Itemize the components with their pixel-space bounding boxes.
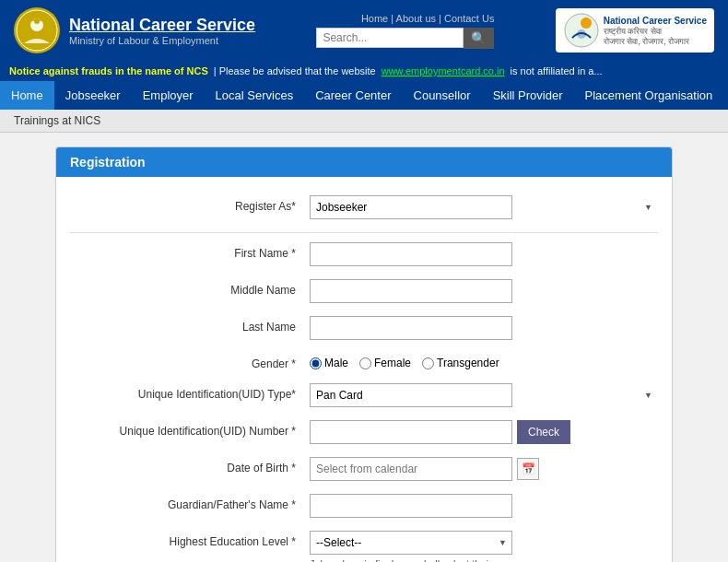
gender-transgender-option[interactable]: Transgender [422,357,499,369]
guardian-label: Guardian/Father's Name * [70,494,310,511]
marquee-rest: is not affiliated in a... [511,65,603,76]
first-name-control [310,242,658,266]
dob-label: Date of Birth * [70,457,310,474]
marquee-text: | Please be advised that the website [214,65,376,76]
gender-label: Gender * [70,353,310,370]
gender-female-radio[interactable] [359,357,371,369]
uid-group: Check [310,420,658,444]
nav-item-jobseeker[interactable]: Jobseeker [54,81,132,110]
first-name-label: First Name * [70,242,310,260]
nav-item-skill-provider[interactable]: Skill Provider [482,81,574,110]
ncs-logo-text: National Career Service [604,15,707,27]
header: National Career Service Ministry of Labo… [0,0,728,61]
guardian-control [310,494,658,518]
header-center: Home | About us | Contact Us 🔍 [316,13,494,49]
main-nav: Home Jobseeker Employer Local Services C… [0,81,728,110]
gender-female-option[interactable]: Female [359,357,411,369]
marquee-bar: Notice against frauds in the name of NCS… [0,61,728,81]
gender-male-label: Male [324,357,348,369]
form-title: Registration [70,155,146,170]
education-row: Highest Education Level * --Select-- Job… [70,531,658,562]
site-name: National Career Service [69,16,255,35]
nav-item-placement-org[interactable]: Placement Organisation [574,81,724,110]
register-as-control: Jobseeker [310,195,658,219]
uid-number-input[interactable] [310,420,512,444]
last-name-label: Last Name [70,316,310,334]
nav-item-govt-dept[interactable]: Govt. Dept. [723,81,728,110]
marquee-link: www.employmentcard.co.in [382,65,505,76]
date-group: 📅 [310,457,658,481]
gender-control: Male Female Transgender [310,353,658,369]
uid-number-label: Unique Identification(UID) Number * [70,420,310,438]
gender-male-option[interactable]: Male [310,357,348,369]
gender-male-radio[interactable] [310,357,322,369]
last-name-control [310,316,658,340]
logo-emblem [14,7,60,53]
education-select[interactable]: --Select-- [310,531,512,555]
svg-point-5 [577,29,586,39]
header-links: Home | About us | Contact Us [361,13,495,24]
uid-type-row: Unique Identification(UID) Type* Pan Car… [70,383,658,407]
gender-transgender-radio[interactable] [422,357,434,369]
uid-number-row: Unique Identification(UID) Number * Chec… [70,420,658,444]
gender-female-label: Female [374,357,411,369]
first-name-input[interactable] [310,242,512,266]
uid-type-select[interactable]: Pan Card [310,383,512,407]
last-name-input[interactable] [310,316,512,340]
search-icon: 🔍 [471,31,487,45]
nav-item-home[interactable]: Home [0,81,54,110]
guardian-input[interactable] [310,494,512,518]
gender-transgender-label: Transgender [437,357,499,369]
ncs-logo-box: National Career Service राष्ट्रीय करियर … [556,8,714,53]
dob-row: Date of Birth * 📅 [70,457,658,481]
header-left: National Career Service Ministry of Labo… [14,7,255,53]
uid-number-control: Check [310,420,658,444]
nav-item-local-services[interactable]: Local Services [205,81,305,110]
nav-item-employer[interactable]: Employer [132,81,205,110]
middle-name-input[interactable] [310,279,512,303]
guardian-row: Guardian/Father's Name * [70,494,658,518]
ncs-logo-icon [563,12,600,49]
middle-name-row: Middle Name [70,279,658,303]
header-right: National Career Service राष्ट्रीय करियर … [556,8,714,53]
calendar-icon[interactable]: 📅 [517,458,539,480]
education-control: --Select-- Jobseekers in final year shal… [310,531,658,562]
check-button[interactable]: Check [517,420,570,444]
ncs-logo-sub1: राष्ट्रीय करियर सेवा [604,27,707,37]
last-name-row: Last Name [70,316,658,340]
middle-name-control [310,279,658,303]
education-hint: Jobseekers in final year shall select th… [310,557,512,562]
education-dropdown-wrapper: --Select-- [310,531,512,555]
dob-control: 📅 [310,457,658,481]
sub-nav: Trainings at NICS [0,110,728,133]
first-name-row: First Name * [70,242,658,266]
form-body: Register As* Jobseeker First Name * [56,177,672,562]
search-button[interactable]: 🔍 [464,28,494,49]
uid-type-label: Unique Identification(UID) Type* [70,383,310,401]
site-title: National Career Service Ministry of Labo… [69,16,255,46]
middle-name-label: Middle Name [70,279,310,297]
sub-nav-label: Trainings at NICS [14,114,100,127]
uid-type-control: Pan Card [310,383,658,407]
site-subtitle: Ministry of Labour & Employment [69,35,255,46]
register-as-select[interactable]: Jobseeker [310,195,512,219]
search-input[interactable] [316,28,464,48]
nav-item-career-center[interactable]: Career Center [304,81,402,110]
gender-row: Gender * Male Female [70,353,658,370]
registration-card: Registration Register As* Jobseeker Firs… [55,146,673,562]
notice-label: Notice against frauds in the name of NCS [9,65,208,76]
search-bar: 🔍 [316,28,494,49]
register-as-label: Register As* [70,195,310,213]
ncs-logo-sub2: रोजगार सेवा, रोजगार, रोजगार [604,37,707,47]
main-content: Registration Register As* Jobseeker Firs… [0,133,728,562]
gender-group: Male Female Transgender [310,353,658,369]
dob-input[interactable] [310,457,512,481]
form-header: Registration [56,147,672,177]
nav-item-counsellor[interactable]: Counsellor [403,81,482,110]
education-label: Highest Education Level * [70,531,310,548]
register-as-row: Register As* Jobseeker [70,195,658,219]
